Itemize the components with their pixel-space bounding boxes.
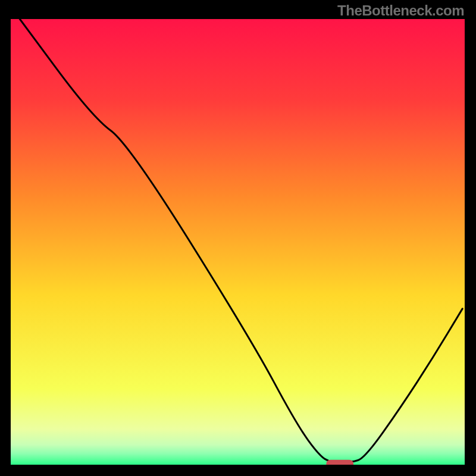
- optimal-marker: [326, 460, 353, 465]
- watermark-text: TheBottleneck.com: [337, 2, 464, 19]
- chart-frame: [10, 18, 466, 466]
- chart-gradient-bg: [11, 19, 465, 465]
- bottleneck-chart: [11, 19, 465, 465]
